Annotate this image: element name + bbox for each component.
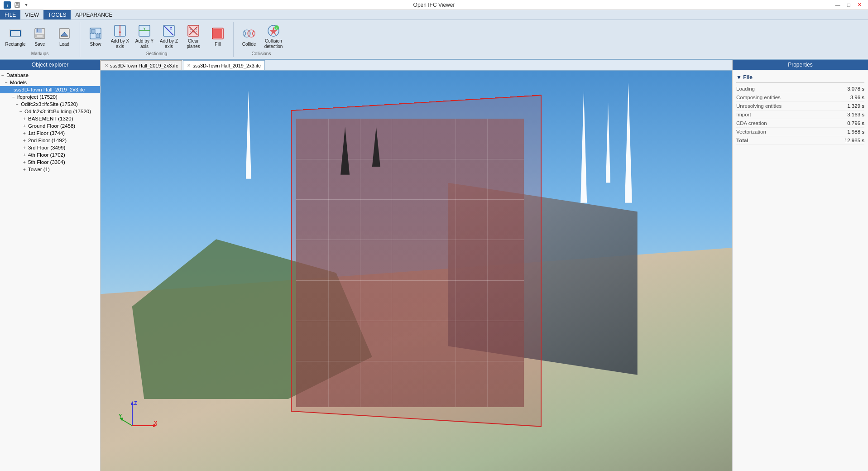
svg-rect-11 — [37, 35, 43, 37]
svg-text:Y: Y — [143, 27, 146, 31]
prop-cda-value: 0.796 s — [847, 120, 864, 126]
tree-expander-ifcproject[interactable]: − — [11, 95, 16, 100]
menu-tools[interactable]: TOOLS — [43, 10, 71, 19]
col-line-1 — [328, 119, 329, 407]
quick-access-dropdown[interactable]: ▼ — [24, 2, 29, 8]
toolbar-group-collisions: Collide ✓ Collision detection Collisions — [234, 22, 289, 57]
tree-expander-database[interactable]: − — [0, 73, 5, 78]
tree-expander-tower[interactable]: + — [22, 167, 27, 172]
add-x-label: Add by X axis — [111, 38, 129, 49]
quick-access-save[interactable] — [14, 1, 21, 9]
col-line-3 — [392, 119, 392, 407]
tabs-bar: ✕ sss3D-Town Hall_2019_2x3.ifc ✕ sss3D-T… — [101, 60, 732, 71]
app-title: Open IFC Viewer — [413, 2, 455, 8]
toolbar-items-collisions: Collide ✓ Collision detection — [237, 22, 285, 50]
tree-item-ground[interactable]: +Ground Floor (2458) — [0, 122, 100, 130]
tree-expander-ifcsite[interactable]: − — [14, 102, 20, 107]
tab-1-label: sss3D-Town Hall_2019_2x3.ifc — [110, 63, 178, 68]
prop-loading-label: Loading — [736, 86, 755, 91]
tree-item-ifcproject[interactable]: −ifcproject (17520) — [0, 93, 100, 101]
tree-expander-floor5[interactable]: + — [22, 160, 27, 165]
close-button[interactable]: ✕ — [854, 1, 864, 9]
prop-composing: Composing entities 3.96 s — [736, 93, 864, 102]
minimize-button[interactable]: — — [833, 1, 843, 9]
svg-rect-8 — [36, 29, 42, 33]
rectangle-button[interactable]: Rectangle — [4, 23, 27, 49]
add-y-icon: Y — [137, 24, 152, 38]
svg-rect-17 — [96, 34, 100, 38]
save-icon — [33, 26, 47, 41]
floor-line-2 — [296, 199, 523, 200]
titlebar: I ▼ Open IFC Viewer — □ ✕ — [0, 0, 868, 10]
tree-item-basement[interactable]: +BASEMENT (1320) — [0, 115, 100, 122]
svg-rect-4 — [16, 5, 19, 7]
rectangle-icon — [8, 26, 23, 41]
tab-2[interactable]: ✕ sss3D-Town Hall_2019_2x3.ifc — [183, 60, 264, 70]
properties-header: Properties — [733, 60, 868, 70]
tree-expander-file[interactable]: − — [7, 87, 13, 92]
menu-view[interactable]: VIEW — [20, 10, 43, 19]
tab-1-close[interactable]: ✕ — [105, 63, 108, 68]
floor-line-5 — [296, 321, 523, 321]
tree-expander-floor4[interactable]: + — [22, 153, 27, 158]
tree-item-ifcbuilding[interactable]: −Odifc2x3::ifcBuilding (17520) — [0, 108, 100, 115]
collision-detection-button[interactable]: ✓ Collision detection — [262, 23, 285, 49]
tree-item-ifcsite[interactable]: −Odifc2x3::ifcSite (17520) — [0, 101, 100, 108]
clear-planes-icon — [186, 24, 201, 38]
collision-detection-icon: ✓ — [266, 24, 281, 38]
svg-text:Z: Z — [170, 26, 173, 30]
tree-item-floor4[interactable]: +4th Floor (1702) — [0, 151, 100, 159]
tree-expander-floor2[interactable]: + — [22, 138, 27, 143]
tree-expander-ground[interactable]: + — [22, 124, 27, 129]
tree-item-floor3[interactable]: +3rd Floor (3499) — [0, 144, 100, 151]
properties-content: ▼ File Loading 3.078 s Composing entitie… — [733, 70, 868, 148]
collision-detection-label: Collision detection — [264, 38, 283, 49]
tree-expander-ifcbuilding[interactable]: − — [18, 109, 24, 114]
tree-item-database[interactable]: −Database — [0, 72, 100, 79]
tree-expander-floor1[interactable]: + — [22, 131, 27, 136]
menu-file[interactable]: FILE — [0, 10, 20, 19]
prop-import-value: 3.163 s — [847, 112, 864, 117]
toolbar-group-markups: Rectangle Save — [0, 22, 80, 57]
tree-item-tower[interactable]: +Tower (1) — [0, 166, 100, 173]
prop-total-label: Total — [736, 138, 748, 143]
tree-label-tower: Tower (1) — [28, 167, 50, 172]
prop-vectorization: Vectorization 1.988 s — [736, 128, 864, 136]
tree-item-floor5[interactable]: +5th Floor (3304) — [0, 159, 100, 166]
add-z-button[interactable]: Z Add by Z axis — [157, 23, 181, 49]
tree-label-basement: BASEMENT (1320) — [28, 116, 73, 121]
load-button[interactable]: Load — [53, 23, 76, 49]
col-line-2 — [360, 119, 360, 407]
floor-line-6 — [296, 361, 523, 361]
tree-expander-basement[interactable]: + — [22, 116, 27, 121]
add-x-icon: X — [113, 24, 127, 38]
tree-expander-floor3[interactable]: + — [22, 145, 27, 150]
tree-item-file[interactable]: −sss3D-Town Hall_2019_2x3.ifc — [0, 86, 100, 93]
load-icon — [57, 26, 72, 41]
add-z-icon: Z — [162, 24, 176, 38]
clear-planes-button[interactable]: Clear planes — [182, 23, 205, 49]
tree-item-floor1[interactable]: +1st Floor (3744) — [0, 130, 100, 137]
file-section-header: ▼ File — [736, 72, 864, 83]
fill-icon — [211, 26, 225, 41]
3d-viewport[interactable]: Z Y X — [101, 71, 732, 471]
add-y-button[interactable]: Y Add by Y axis — [133, 23, 156, 49]
prop-total-value: 12.985 s — [844, 138, 864, 143]
menu-appearance[interactable]: APPEARANCE — [71, 10, 117, 19]
fill-button[interactable]: Fill — [206, 23, 230, 49]
collide-button[interactable]: Collide — [237, 23, 261, 49]
menubar: FILE VIEW TOOLS APPEARANCE — [0, 10, 868, 20]
show-button[interactable]: Show — [84, 23, 107, 49]
tree-expander-models[interactable]: − — [4, 80, 9, 85]
toolbar-items-sectioning: Show X Add by X axis Y — [84, 22, 230, 50]
tree-item-models[interactable]: −Models — [0, 79, 100, 86]
tree-item-floor2[interactable]: +2nd Floor (1492) — [0, 137, 100, 144]
tree-label-ifcproject: ifcproject (17520) — [17, 94, 58, 100]
tree-container[interactable]: −Database−Models−sss3D-Town Hall_2019_2x… — [0, 70, 100, 471]
tab-2-close[interactable]: ✕ — [187, 63, 191, 68]
prop-import: Import 3.163 s — [736, 111, 864, 119]
add-x-button[interactable]: X Add by X axis — [108, 23, 132, 49]
maximize-button[interactable]: □ — [844, 1, 854, 9]
tab-1[interactable]: ✕ sss3D-Town Hall_2019_2x3.ifc — [101, 60, 182, 70]
save-button[interactable]: Save — [28, 23, 52, 49]
